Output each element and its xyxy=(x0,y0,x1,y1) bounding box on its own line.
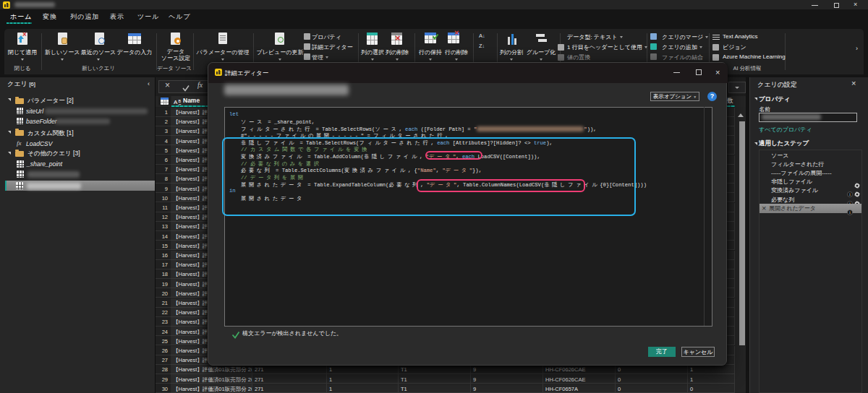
svg-text:A: A xyxy=(174,99,178,105)
